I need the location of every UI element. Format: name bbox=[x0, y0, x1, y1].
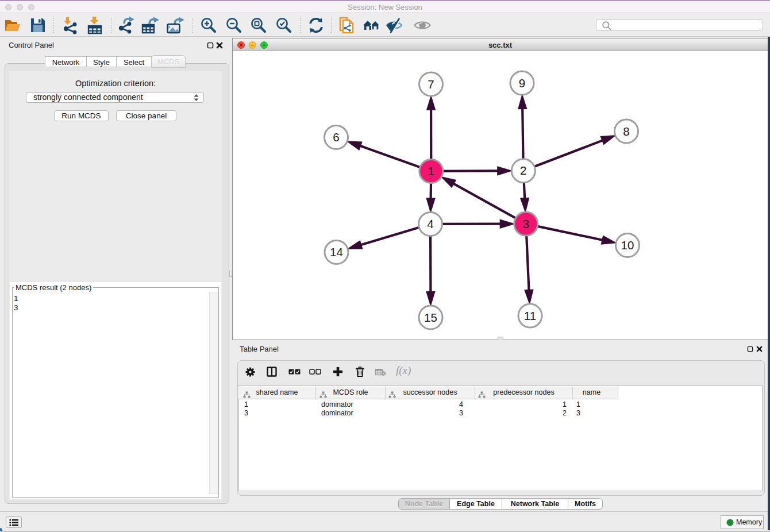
svg-text:2: 2 bbox=[520, 164, 526, 177]
svg-text:8: 8 bbox=[623, 125, 629, 138]
svg-text:7: 7 bbox=[428, 78, 434, 91]
svg-text:11: 11 bbox=[524, 309, 536, 322]
svg-text:9: 9 bbox=[519, 76, 525, 90]
svg-text:14: 14 bbox=[330, 245, 343, 259]
svg-text:10: 10 bbox=[621, 238, 634, 252]
svg-text:1: 1 bbox=[428, 164, 434, 178]
svg-text:4: 4 bbox=[427, 217, 433, 230]
svg-text:6: 6 bbox=[333, 130, 339, 144]
svg-text:15: 15 bbox=[424, 311, 437, 324]
svg-text:3: 3 bbox=[523, 217, 529, 230]
